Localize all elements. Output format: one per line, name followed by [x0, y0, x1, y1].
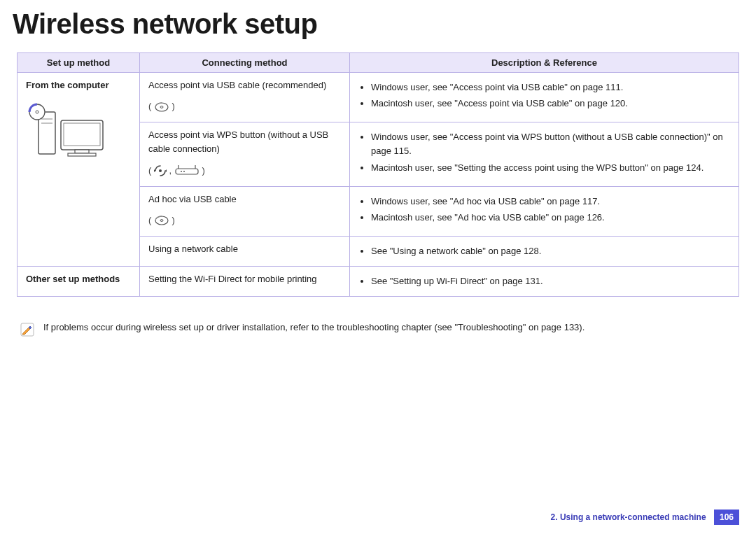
note-text: If problems occur during wireless set up… — [43, 321, 584, 335]
table-row: From the computer — [18, 73, 739, 122]
page-footer: 2. Using a network-connected machine 106 — [0, 510, 756, 534]
cd-icon — [154, 215, 169, 226]
content-area: Set up method Connecting method Descript… — [0, 52, 756, 342]
computer-illustration — [26, 101, 110, 171]
ref-item: Macintosh user, see "Ad hoc via USB cabl… — [371, 211, 730, 225]
ref-cell: Windows user, see "Access point via USB … — [350, 73, 739, 122]
footer-page-number: 106 — [714, 510, 739, 525]
svg-point-8 — [36, 111, 38, 113]
cd-icon — [154, 101, 169, 113]
setup-other-cell: Other set up methods — [18, 267, 140, 297]
svg-point-18 — [183, 171, 185, 172]
icon-row-cd: ( ) — [148, 213, 341, 227]
ref-cell: Windows user, see "Ad hoc via USB cable"… — [350, 186, 739, 236]
connecting-text: Access point via WPS button (without a U… — [148, 128, 341, 156]
connecting-text: Ad hoc via USB cable — [148, 192, 341, 206]
icon-row-wps-router: ( , — [148, 164, 341, 178]
th-connecting-method: Connecting method — [140, 53, 350, 73]
connecting-cell: Access point via WPS button (without a U… — [140, 122, 350, 186]
ref-cell: See "Setting up Wi-Fi Direct" on page 13… — [350, 267, 739, 297]
footer-chapter: 2. Using a network-connected machine — [551, 512, 706, 522]
ref-item: Windows user, see "Ad hoc via USB cable"… — [371, 195, 730, 209]
table-row: Other set up methods Setting the Wi-Fi D… — [18, 267, 739, 297]
note-box: If problems occur during wireless set up… — [17, 316, 739, 342]
page-title: Wireless network setup — [13, 8, 756, 40]
ref-item: Macintosh user, see "Access point via US… — [371, 97, 730, 111]
connecting-cell: Using a network cable — [140, 236, 350, 266]
ref-cell: Windows user, see "Access point via WPS … — [350, 122, 739, 186]
table-header-row: Set up method Connecting method Descript… — [18, 53, 739, 73]
svg-point-10 — [160, 106, 163, 108]
router-icon — [174, 164, 200, 177]
svg-point-17 — [181, 171, 182, 172]
connecting-text: Using a network cable — [148, 242, 341, 256]
th-setup-method: Set up method — [18, 53, 140, 73]
svg-point-13 — [159, 169, 162, 172]
setup-from-computer-label: From the computer — [26, 78, 131, 92]
icon-row-cd: ( ) — [148, 99, 341, 113]
setup-table: Set up method Connecting method Descript… — [17, 52, 739, 297]
svg-rect-14 — [176, 169, 198, 174]
th-description-reference: Description & Reference — [350, 53, 739, 73]
wps-icon — [154, 164, 167, 177]
connecting-cell: Access point via USB cable (recommended)… — [140, 73, 350, 122]
ref-item: See "Setting up Wi-Fi Direct" on page 13… — [371, 274, 730, 288]
setup-from-computer-cell: From the computer — [18, 73, 140, 267]
ref-item: Windows user, see "Access point via WPS … — [371, 130, 730, 158]
ref-item: See "Using a network cable" on page 128. — [371, 244, 730, 258]
svg-rect-2 — [75, 150, 89, 153]
svg-rect-1 — [64, 123, 100, 146]
ref-cell: See "Using a network cable" on page 128. — [350, 236, 739, 266]
connecting-cell: Setting the Wi-Fi Direct for mobile prin… — [140, 267, 350, 297]
note-icon — [20, 322, 35, 337]
connecting-text: Setting the Wi-Fi Direct for mobile prin… — [148, 272, 341, 286]
svg-rect-3 — [68, 153, 96, 156]
svg-point-20 — [160, 220, 163, 222]
connecting-text: Access point via USB cable (recommended) — [148, 78, 341, 92]
ref-item: Windows user, see "Access point via USB … — [371, 80, 730, 94]
connecting-cell: Ad hoc via USB cable ( ) — [140, 186, 350, 236]
ref-item: Macintosh user, see "Setting the access … — [371, 161, 730, 175]
